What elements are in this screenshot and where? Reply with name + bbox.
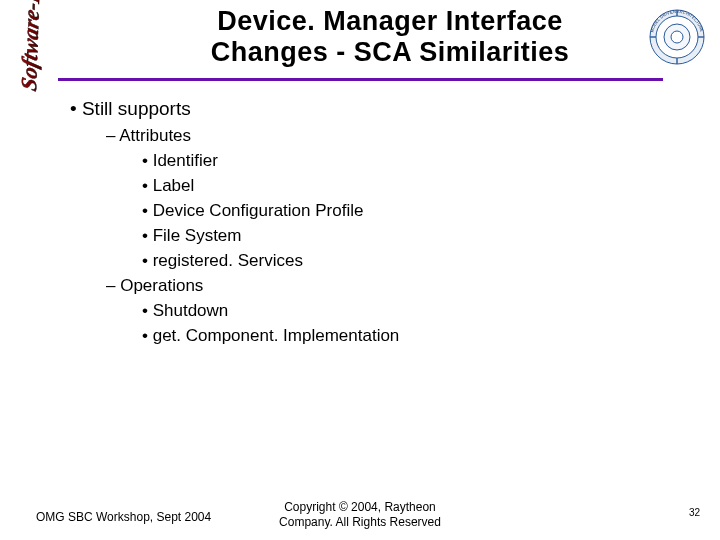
title-underline xyxy=(58,78,663,81)
bullet-op-shutdown: Shutdown xyxy=(142,301,670,321)
page-number: 32 xyxy=(689,507,700,518)
bullet-operations: Operations xyxy=(106,276,670,296)
slide: Software-Based MODEL DRIVEN ARCHITECTURE… xyxy=(0,0,720,540)
title-line-1: Device. Manager Interface xyxy=(150,6,630,37)
software-based-decoration: Software-Based xyxy=(0,0,112,100)
footer-center-line2: Company. All Rights Reserved xyxy=(0,515,720,530)
title-line-2: Changes - SCA Similarities xyxy=(150,37,630,68)
deco-text-content: Software-Based xyxy=(16,0,46,93)
footer-center-line1: Copyright © 2004, Raytheon xyxy=(0,500,720,515)
footer-center: Copyright © 2004, Raytheon Company. All … xyxy=(0,500,720,530)
bullet-attributes: Attributes xyxy=(106,126,670,146)
svg-point-3 xyxy=(671,31,683,43)
bullet-attr-identifier: Identifier xyxy=(142,151,670,171)
bullet-attr-device-config: Device Configuration Profile xyxy=(142,201,670,221)
bullet-still-supports: Still supports xyxy=(70,98,670,120)
bullet-op-get-component: get. Component. Implementation xyxy=(142,326,670,346)
slide-body: Still supports Attributes Identifier Lab… xyxy=(70,98,670,351)
mda-logo-icon: MODEL DRIVEN ARCHITECTURE xyxy=(648,8,706,66)
slide-title: Device. Manager Interface Changes - SCA … xyxy=(150,6,630,68)
bullet-attr-registered-services: registered. Services xyxy=(142,251,670,271)
bullet-attr-file-system: File System xyxy=(142,226,670,246)
bullet-attr-label: Label xyxy=(142,176,670,196)
